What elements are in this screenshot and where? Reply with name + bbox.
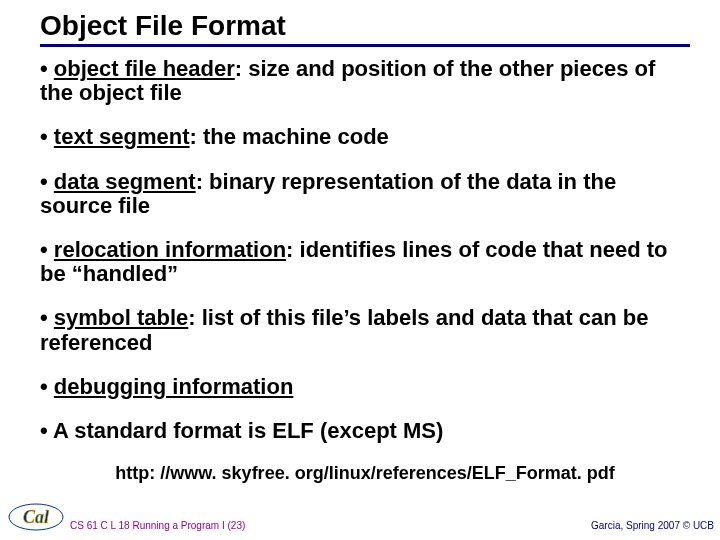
footer-right-text: Garcia, Spring 2007 © UCB bbox=[591, 520, 714, 531]
bullet-item: • object file header: size and position … bbox=[40, 57, 690, 105]
bullet-marker: • bbox=[40, 56, 54, 81]
bullet-item: • text segment: the machine code bbox=[40, 125, 690, 149]
reference-url: http: //www. skyfree. org/linux/referenc… bbox=[40, 463, 690, 484]
bullet-rest: : the machine code bbox=[190, 124, 389, 149]
bullet-marker: • bbox=[40, 124, 54, 149]
bullet-item: • A standard format is ELF (except MS) bbox=[40, 419, 690, 443]
bullet-item: • data segment: binary representation of… bbox=[40, 170, 690, 218]
footer: Cal CS 61 C L 18 Running a Program I (23… bbox=[0, 504, 720, 534]
bullet-marker: • bbox=[40, 237, 54, 262]
bullet-term: data segment bbox=[54, 169, 196, 194]
bullet-marker: • bbox=[40, 305, 54, 330]
bullet-item: • symbol table: list of this file’s labe… bbox=[40, 306, 690, 354]
bullet-marker: • bbox=[40, 374, 54, 399]
bullet-term: symbol table bbox=[54, 305, 188, 330]
svg-text:Cal: Cal bbox=[23, 507, 49, 527]
bullet-marker: • bbox=[40, 169, 54, 194]
bullet-item: • debugging information bbox=[40, 375, 690, 399]
footer-left-text: CS 61 C L 18 Running a Program I (23) bbox=[70, 520, 245, 531]
slide-title: Object File Format bbox=[40, 10, 690, 47]
bullet-list: • object file header: size and position … bbox=[40, 57, 690, 443]
cal-logo-icon: Cal bbox=[8, 502, 64, 532]
bullet-term: text segment bbox=[54, 124, 190, 149]
bullet-term: debugging information bbox=[54, 374, 294, 399]
bullet-term: object file header bbox=[54, 56, 235, 81]
bullet-rest: A standard format is ELF (except MS) bbox=[53, 418, 443, 443]
bullet-marker: • bbox=[40, 418, 53, 443]
bullet-item: • relocation information: identifies lin… bbox=[40, 238, 690, 286]
bullet-term: relocation information bbox=[54, 237, 286, 262]
